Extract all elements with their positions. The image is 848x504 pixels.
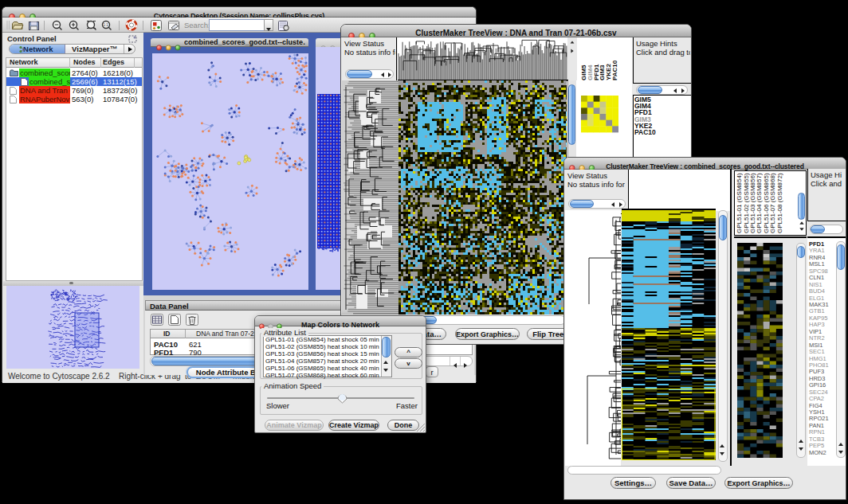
svg-text:1:1: 1:1 — [104, 23, 109, 27]
